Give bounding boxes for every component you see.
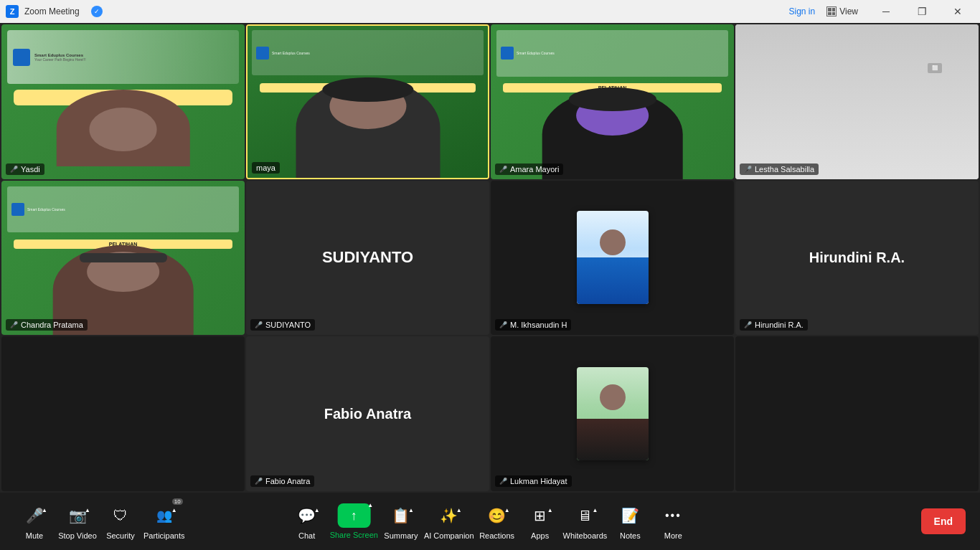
window-title: Zoom Meeting bbox=[24, 6, 80, 16]
participant-name-fabio: 🎤 Fabio Anatra bbox=[250, 475, 314, 487]
whiteboards-caret: ▲ bbox=[593, 507, 598, 513]
sign-in-link[interactable]: Sign in bbox=[789, 6, 816, 16]
video-tile-ikhsan: 🎤 M. Ikhsanudin H bbox=[491, 181, 734, 336]
ai-companion-caret: ▲ bbox=[456, 507, 462, 513]
meeting-toolbar: 🎤 ▲ Mute 📷 ▲ Stop Video 🛡 Security 👥 10 … bbox=[0, 493, 980, 550]
video-tile-yasdi: Smart Eduplus Courses Your Career Path B… bbox=[1, 24, 245, 179]
participant-name-sudiyanto: 🎤 SUDIYANTO bbox=[250, 319, 315, 331]
participant-name-maya: maya bbox=[252, 162, 280, 174]
zoom-shield-icon: ✓ bbox=[91, 6, 103, 17]
video-tile-chandra: Smart Eduplus Courses PELATIHAN 🎤 Chandr… bbox=[1, 181, 245, 336]
mute-label: Mute bbox=[26, 531, 43, 540]
notes-icon: 📝 bbox=[617, 503, 643, 528]
notes-label: Notes bbox=[620, 531, 641, 540]
more-icon: ••• bbox=[660, 503, 686, 528]
titlebar-right: Sign in View ─ ❐ ✕ bbox=[789, 0, 975, 23]
share-screen-button[interactable]: ↑ ▲ Share Screen bbox=[330, 503, 378, 539]
video-tile-lestha: ⬜ 🎤 Lestha Salsabilla bbox=[735, 24, 979, 179]
end-meeting-button[interactable]: End bbox=[921, 508, 966, 534]
participants-label: Participants bbox=[143, 531, 184, 540]
security-icon: 🛡 bbox=[108, 503, 133, 528]
participant-name-lestha: 🎤 Lestha Salsabilla bbox=[740, 163, 819, 175]
summary-label: Summary bbox=[384, 531, 418, 540]
muted-icon-fabio: 🎤 bbox=[255, 478, 263, 485]
apps-caret: ▲ bbox=[547, 507, 553, 513]
muted-icon-sudiyanto: 🎤 bbox=[255, 321, 263, 328]
name-display-sudiyanto: SUDIYANTO bbox=[246, 181, 489, 336]
muted-icon-hirundini: 🎤 bbox=[744, 321, 752, 328]
mute-button[interactable]: 🎤 ▲ Mute bbox=[14, 503, 55, 540]
zoom-icon: Z bbox=[6, 5, 19, 18]
participant-name-ikhsan: 🎤 M. Ikhsanudin H bbox=[495, 319, 571, 331]
video-tile-amara: Smart Eduplus Courses PELATIHAN 🎤 Amara … bbox=[491, 24, 734, 179]
meeting-grid: Smart Eduplus Courses Your Career Path B… bbox=[0, 23, 980, 493]
muted-icon-lukman: 🎤 bbox=[499, 478, 507, 485]
name-display-hirundini: Hirundini R.A. bbox=[735, 181, 979, 336]
apps-button[interactable]: ⊞ ▲ Apps bbox=[520, 503, 560, 540]
video-tile-hirundini: Hirundini R.A. 🎤 Hirundini R.A. bbox=[735, 181, 979, 336]
summary-caret: ▲ bbox=[408, 507, 414, 513]
muted-icon-ikhsan: 🎤 bbox=[499, 321, 507, 328]
participant-name-hirundini: 🎤 Hirundini R.A. bbox=[740, 319, 808, 331]
whiteboards-button[interactable]: 🖥 ▲ Whiteboards bbox=[563, 503, 608, 540]
muted-icon-chandra: 🎤 bbox=[10, 321, 18, 328]
security-label: Security bbox=[106, 531, 135, 540]
close-button[interactable]: ✕ bbox=[941, 0, 974, 23]
participant-name-lukman: 🎤 Lukman Hidayat bbox=[495, 475, 572, 487]
apps-label: Apps bbox=[531, 531, 549, 540]
video-tile-maya: Smart Eduplus Courses PELATIHAN maya bbox=[246, 24, 489, 179]
stop-video-button[interactable]: 📷 ▲ Stop Video bbox=[57, 503, 98, 540]
ai-companion-button[interactable]: ✨ ▲ AI Companion bbox=[424, 503, 474, 540]
participant-name-amara: 🎤 Amara Mayori bbox=[495, 163, 563, 175]
maximize-button[interactable]: ❐ bbox=[905, 0, 938, 23]
video-tile-empty2 bbox=[735, 336, 979, 491]
muted-icon: 🎤 bbox=[10, 166, 18, 173]
chat-button[interactable]: 💬 ▲ Chat bbox=[287, 503, 327, 540]
titlebar-left: Z Zoom Meeting ✓ bbox=[6, 5, 103, 18]
mute-caret: ▲ bbox=[42, 507, 47, 513]
participant-name-yasdi: 🎤 Yasdi bbox=[6, 163, 44, 175]
titlebar: Z Zoom Meeting ✓ Sign in View ─ ❐ ✕ bbox=[0, 0, 980, 23]
chat-caret: ▲ bbox=[314, 507, 320, 513]
reactions-label: Reactions bbox=[479, 531, 514, 540]
video-tile-lukman: 🎤 Lukman Hidayat bbox=[491, 336, 734, 491]
video-tile-sudiyanto: SUDIYANTO 🎤 SUDIYANTO bbox=[246, 181, 489, 336]
reactions-caret: ▲ bbox=[504, 507, 510, 513]
muted-icon-lestha: 🎤 bbox=[744, 166, 752, 173]
view-button[interactable]: View bbox=[826, 6, 858, 16]
chat-label: Chat bbox=[298, 531, 315, 540]
participants-button[interactable]: 👥 10 ▲ Participants bbox=[143, 503, 184, 540]
video-tile-empty bbox=[1, 336, 245, 491]
participants-caret: ▲ bbox=[171, 507, 177, 513]
whiteboards-label: Whiteboards bbox=[563, 531, 608, 540]
share-screen-label: Share Screen bbox=[330, 531, 378, 539]
video-tile-fabio: Fabio Anatra 🎤 Fabio Anatra bbox=[246, 336, 489, 491]
share-screen-icon: ↑ bbox=[337, 503, 370, 528]
share-screen-caret: ▲ bbox=[367, 502, 373, 508]
reactions-button[interactable]: 😊 ▲ Reactions bbox=[477, 503, 517, 540]
summary-button[interactable]: 📋 ▲ Summary bbox=[381, 503, 421, 540]
ai-companion-label: AI Companion bbox=[424, 531, 474, 540]
stop-video-label: Stop Video bbox=[58, 531, 97, 540]
more-label: More bbox=[664, 531, 682, 540]
security-button[interactable]: 🛡 Security bbox=[100, 503, 141, 540]
notes-button[interactable]: 📝 Notes bbox=[610, 503, 650, 540]
name-display-fabio: Fabio Anatra bbox=[246, 336, 489, 491]
participant-name-chandra: 🎤 Chandra Pratama bbox=[6, 319, 88, 331]
participants-count-badge: 10 bbox=[172, 498, 183, 505]
window-controls[interactable]: ─ ❐ ✕ bbox=[870, 0, 974, 23]
more-button[interactable]: ••• More bbox=[653, 503, 693, 540]
muted-icon-amara: 🎤 bbox=[499, 166, 507, 173]
stop-video-caret: ▲ bbox=[85, 507, 90, 513]
minimize-button[interactable]: ─ bbox=[870, 0, 903, 23]
